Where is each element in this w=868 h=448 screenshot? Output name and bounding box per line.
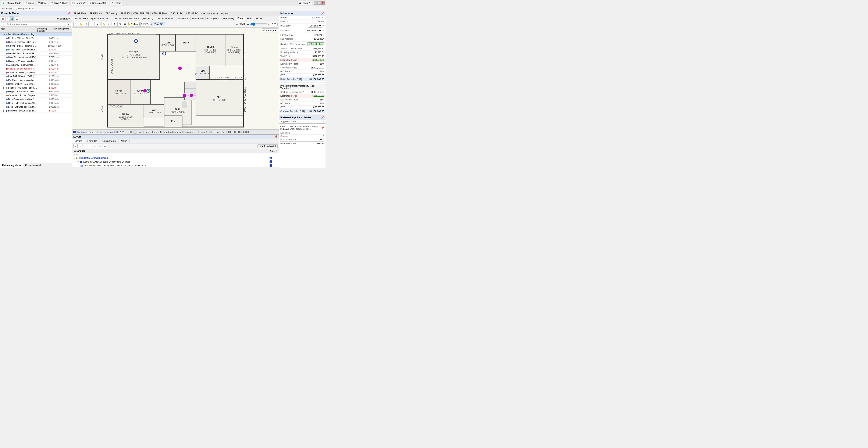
tab-elev[interactable]: ELEV bbox=[245, 17, 254, 20]
tab-csb-ff-plan[interactable]: CSB - FF PLAN bbox=[151, 12, 169, 15]
zoom-btn[interactable]: 🔍 Zoom bbox=[146, 22, 150, 27]
tab-csb-elev[interactable]: CSB - ELEV bbox=[169, 12, 184, 15]
table-row[interactable]: Screws - Steel / Posidrive Cadplated / 2… bbox=[0, 44, 72, 48]
list-item[interactable]: Installed By Owner - during/after constr… bbox=[72, 164, 279, 168]
list-item[interactable]: ▼ Works by Owner & Special Conditions to… bbox=[72, 160, 279, 164]
export-button[interactable]: ↗ Export bbox=[110, 1, 122, 5]
pan-tool[interactable]: ✋ bbox=[79, 22, 83, 27]
project-value[interactable]: 121 Myers St bbox=[312, 17, 324, 19]
tab-roof[interactable]: ROOF bbox=[254, 17, 264, 20]
expand-icon[interactable]: ▶ bbox=[3, 87, 5, 89]
settings-button[interactable]: ⚙ Settings ▾ bbox=[56, 17, 71, 21]
table-row[interactable]: Pine DAR / Pine / 120x19 [230] 1.200 lin… bbox=[0, 74, 72, 78]
table-row[interactable]: Hinges / Architectural / 100 x 75 x 2.5 … bbox=[0, 90, 72, 94]
view-tree-button[interactable]: 🌲 bbox=[10, 17, 14, 21]
edit-icon-2[interactable]: ✎ bbox=[322, 29, 324, 32]
table-row[interactable]: Lock - Entrance set - Lever with deadbol… bbox=[0, 105, 72, 109]
table-row[interactable]: Wool Pile / Weatherseal [276] 5.700 lin … bbox=[0, 56, 72, 59]
active-sort-icon[interactable]: ↑ bbox=[276, 150, 277, 152]
tab-tp-elev[interactable]: TP-ELEV bbox=[119, 12, 132, 15]
table-row[interactable]: Lining - Wall - 10mm Plasterboard / 2400… bbox=[0, 48, 72, 52]
layout-button[interactable]: ⊞ Layout ▾ bbox=[298, 1, 312, 5]
undo-tool[interactable]: ↩ bbox=[89, 22, 94, 27]
price-zone-select[interactable]: Geelong bbox=[308, 24, 322, 28]
blueprint-area[interactable]: Garage 6470 x 6000 (INC.STORAGE AREA) L'… bbox=[72, 27, 279, 129]
table-row[interactable]: Door - External/Entrance / HUME / XN1...… bbox=[0, 101, 72, 105]
table-row[interactable]: Weather Seal / Ravern / RP4 to all exter… bbox=[0, 52, 72, 56]
table-row[interactable]: Flashing 300mm x 30m / Drycore (W: 30...… bbox=[0, 36, 72, 40]
generate-boq-button[interactable]: ⊞ Generate BOQ bbox=[88, 1, 109, 5]
redo-tool[interactable]: ↪ bbox=[94, 22, 99, 27]
eye-icon[interactable]: 👁 bbox=[76, 153, 78, 156]
nav-down-button[interactable]: ▼ bbox=[67, 22, 71, 27]
tab-csb-elec[interactable]: CSB - ELEC bbox=[184, 12, 200, 15]
tab-components[interactable]: Components bbox=[100, 139, 118, 143]
layers-list-button[interactable]: ☰ bbox=[98, 144, 102, 148]
restore-button[interactable]: ⬜ bbox=[317, 1, 321, 5]
list-item[interactable]: ▼ ▶ Residential Estimating Menu bbox=[72, 156, 279, 160]
tab-site-revs[interactable]: SITE (Rev.5) bbox=[221, 17, 236, 20]
checkbox[interactable] bbox=[270, 164, 272, 167]
expand-icon[interactable]: ▼ bbox=[77, 161, 79, 163]
filter-icon[interactable]: ▽ bbox=[73, 153, 75, 156]
tab-tp-cladding[interactable]: TP-Cladding bbox=[104, 12, 119, 15]
tab-elev-revs[interactable]: ELEV (Rev.5) bbox=[190, 17, 206, 20]
cut-tool[interactable]: ✂ bbox=[107, 22, 112, 27]
tab-csb-int-ldry[interactable]: CSB - INT ELEV - Ldry, Store, Bath, Pwd … bbox=[72, 17, 112, 20]
tab-formulas[interactable]: Formulas bbox=[85, 139, 100, 143]
arrow-tool[interactable]: ↖ bbox=[73, 22, 78, 27]
blueprint-settings-button[interactable]: ⚙ Settings ▾ bbox=[262, 28, 278, 32]
settings-tool[interactable]: ⚙ bbox=[123, 22, 127, 27]
grid-tool[interactable]: ⊞ bbox=[117, 22, 122, 27]
save-close-button[interactable]: 💾 Save & Close bbox=[49, 1, 70, 5]
tab-tp-gf-plan[interactable]: TP-GF PLAN bbox=[72, 12, 88, 15]
layers-add-button[interactable]: + bbox=[73, 144, 78, 148]
add-to-model-button[interactable]: ⊕ Add to Model bbox=[257, 144, 278, 148]
tab-csb-gf-plan[interactable]: CSB - GF PLAN bbox=[132, 12, 151, 15]
estimator-select[interactable]: Paul Frank bbox=[306, 29, 322, 32]
expand-icon[interactable]: ▶ bbox=[3, 109, 5, 112]
edit-icon[interactable]: ✎ bbox=[322, 24, 324, 27]
table-row[interactable]: Door Frame with sidelight / Timber 2400.… bbox=[0, 97, 72, 101]
view-detail-button[interactable]: ☰ bbox=[15, 17, 19, 21]
line-width-value[interactable] bbox=[270, 23, 278, 26]
reports-button[interactable]: 📋 Reports ▾ bbox=[70, 1, 87, 5]
table-row[interactable]: Skirting / Finger Jointed Pine Primed / … bbox=[0, 67, 72, 71]
table-row[interactable]: Brick Sill (window) - Brick on edge [D] … bbox=[0, 40, 72, 44]
line-width-slider[interactable] bbox=[250, 23, 267, 26]
formula-model-tab[interactable]: Formula Model bbox=[23, 163, 43, 168]
layers-expand-button[interactable]: ⊞ bbox=[102, 144, 107, 148]
save-button[interactable]: 💾 Save bbox=[36, 1, 48, 5]
nav-up-button[interactable]: ▲ bbox=[62, 22, 66, 27]
checkbox[interactable] bbox=[270, 157, 272, 159]
tab-csb-roof[interactable]: CSB - ROOF PLAN bbox=[155, 17, 175, 20]
measure-tool-2[interactable]: 📏 bbox=[101, 22, 106, 27]
tab-tp-ff-plan[interactable]: TP-FF PLAN bbox=[88, 12, 104, 15]
supplier-sort-icon[interactable]: ↑ bbox=[323, 120, 324, 123]
table-row[interactable]: ▼ Door Frame - External Hinged with side… bbox=[0, 33, 72, 36]
checkbox[interactable] bbox=[270, 160, 272, 163]
list-item[interactable]: Works required to be done by Owner - pri… bbox=[72, 168, 279, 168]
trash-tool[interactable]: 🗑 bbox=[112, 22, 117, 27]
table-row[interactable]: ▶ Ssiation - Wall Wrap (labour, ssiation… bbox=[0, 86, 72, 90]
tab-layers[interactable]: Layers bbox=[72, 139, 85, 143]
table-row[interactable]: Architrave / Finger Jointed Pine Primed … bbox=[0, 63, 72, 67]
tab-notes[interactable]: Notes bbox=[119, 139, 130, 143]
table-row[interactable]: Door Furniture - Door Stop <d> / Door...… bbox=[0, 82, 72, 86]
table-row[interactable]: ▶ Brickwork - Lower/Single Storey - M2 B… bbox=[0, 109, 72, 113]
view-list-button[interactable]: ≡ bbox=[5, 17, 10, 21]
estimate-model-button[interactable]: ▲ Estimate Model bbox=[1, 1, 23, 5]
table-row[interactable]: Carpenter - Fix out / Carpenter / Addtio… bbox=[0, 94, 72, 97]
take-off-button[interactable]: Take Off bbox=[153, 22, 165, 26]
table-row[interactable]: Pre-Fab - opening - window / (includes 2… bbox=[0, 78, 72, 82]
recalculate-button[interactable]: ↻ Recalculate bbox=[307, 42, 324, 46]
table-row[interactable]: Insulation - Walls (supply & install) / … bbox=[0, 71, 72, 74]
tab-plan-revs[interactable]: PLAN (Rev.5) bbox=[175, 17, 190, 20]
layers-remove-button[interactable]: − bbox=[78, 144, 83, 148]
close-button[interactable]: ✕ Close bbox=[24, 1, 35, 5]
expand-icon[interactable]: ▼ bbox=[74, 157, 76, 159]
layers-up-button[interactable]: ↑ bbox=[88, 144, 92, 148]
window-close-button[interactable]: ✕ bbox=[321, 1, 324, 5]
table-row[interactable]: Cleaner - Window / Windows (internally..… bbox=[0, 59, 72, 63]
tab-csb-int-kit[interactable]: CSB - INT ELEV - Kit, Ptry, Ens bbox=[200, 12, 230, 15]
